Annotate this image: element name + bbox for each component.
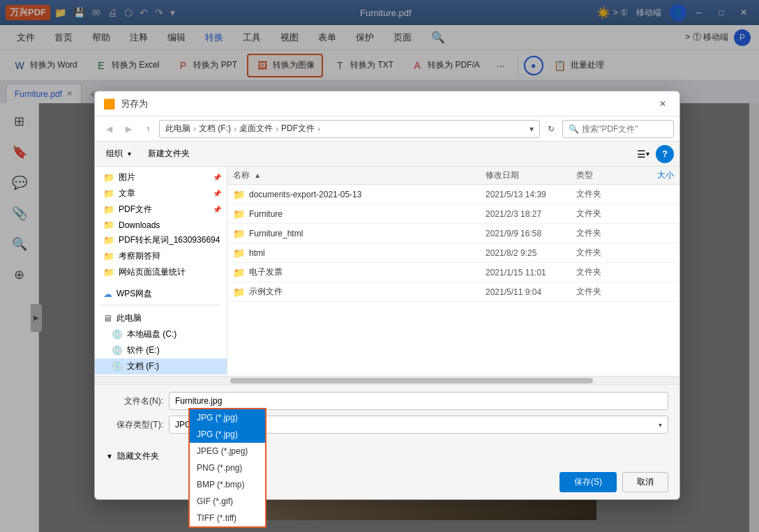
toolbar-right: ☰ ▾ ? xyxy=(633,145,674,163)
new-folder-label: 新建文件夹 xyxy=(148,148,190,160)
view-toggle-button[interactable]: ☰ ▾ xyxy=(633,145,653,163)
save-button[interactable]: 保存(S) xyxy=(559,472,617,492)
filetype-dropdown: JPG (*.jpg) JPG (*.jpg) JPEG (*.jpeg) PN… xyxy=(188,408,266,528)
path-sep-1: › xyxy=(193,124,196,134)
folder-file-icon: 📁 xyxy=(233,267,245,278)
path-dropdown-button[interactable]: ▾ xyxy=(529,124,534,134)
file-name: 示例文件 xyxy=(249,286,486,298)
view-dropdown-arrow: ▾ xyxy=(646,150,649,158)
file-row[interactable]: 📁 电子发票 2021/1/15 11:01 文件夹 xyxy=(227,263,679,282)
col-size[interactable]: 大小 xyxy=(632,169,674,181)
path-bar: 此电脑 › 文档 (F:) › 桌面文件 › PDF文件 › ▾ xyxy=(159,120,540,138)
tree-item-downloads[interactable]: 📁 Downloads xyxy=(95,218,227,232)
h-scrollbar[interactable] xyxy=(95,376,679,384)
tree-item-survey[interactable]: 📁 考察期答辩 xyxy=(95,248,227,264)
file-name: 电子发票 xyxy=(249,266,486,278)
folder-tree: 📁 图片 📌 📁 文章 📌 📁 PDF文件 📌 xyxy=(95,167,227,376)
nav-back-button[interactable]: ◀ xyxy=(100,121,117,137)
path-computer[interactable]: 此电脑 xyxy=(165,123,190,135)
tree-item-images[interactable]: 📁 图片 📌 xyxy=(95,169,227,185)
tree-label: Downloads xyxy=(119,220,160,230)
file-name: Furniture xyxy=(249,209,486,219)
dialog-close-button[interactable]: ✕ xyxy=(654,96,671,112)
file-row[interactable]: 📁 示例文件 2021/5/11 9:04 文件夹 xyxy=(227,282,679,302)
col-date[interactable]: 修改日期 xyxy=(486,169,576,181)
dropdown-option-gif[interactable]: GIF (*.gif) xyxy=(190,493,265,510)
dialog-title-text: 另存为 xyxy=(121,98,148,110)
dropdown-option-jpeg[interactable]: JPEG (*.jpeg) xyxy=(190,443,265,459)
path-docs[interactable]: 文档 (F:) xyxy=(199,123,231,135)
tree-item-c[interactable]: 💿 本地磁盘 (C:) xyxy=(95,326,227,342)
hide-arrow-icon: ▼ xyxy=(106,453,113,460)
folder-file-icon: 📁 xyxy=(233,208,245,220)
path-desktop[interactable]: 桌面文件 xyxy=(239,123,273,135)
nav-up-button[interactable]: ↑ xyxy=(140,121,156,137)
tree-label: PDF转长尾词_1630936694 xyxy=(119,234,220,246)
nav-forward-button[interactable]: ▶ xyxy=(120,121,137,137)
dialog-titlebar: 🟧 另存为 ✕ xyxy=(95,91,679,116)
col-name[interactable]: 名称 ▲ xyxy=(233,169,486,181)
tree-item-f[interactable]: 💿 文档 (F:) xyxy=(95,358,227,374)
file-type: 文件夹 xyxy=(576,227,632,239)
pin-icon: 📌 xyxy=(213,206,221,213)
tree-item-articles[interactable]: 📁 文章 📌 xyxy=(95,185,227,202)
tree-item-wps[interactable]: ☁ WPS网盘 xyxy=(95,286,227,302)
drive-icon: 💿 xyxy=(112,345,123,356)
drive-icon: 💿 xyxy=(112,361,123,372)
tree-label: 此电脑 xyxy=(117,312,142,324)
tree-label: 考察期答辩 xyxy=(119,250,160,262)
file-date: 2021/8/2 9:25 xyxy=(486,248,576,258)
dialog-title: 🟧 另存为 xyxy=(103,98,148,110)
organize-arrow: ▾ xyxy=(128,150,131,158)
hide-files-toggle[interactable]: ▼ 隐藏文件夹 xyxy=(95,446,679,466)
tree-label: WPS网盘 xyxy=(117,288,152,300)
dialog-overlay: 🟧 另存为 ✕ ◀ ▶ ↑ 此电脑 › 文档 (F:) › 桌面文件 › PDF… xyxy=(0,0,759,532)
search-box: 🔍 xyxy=(562,120,674,138)
dropdown-option-jpg2[interactable]: JPG (*.jpg) xyxy=(190,426,265,443)
filename-label: 文件名(N): xyxy=(106,395,169,407)
file-date: 2021/2/3 18:27 xyxy=(486,209,576,219)
file-date: 2021/5/11 9:04 xyxy=(486,287,576,297)
col-type[interactable]: 类型 xyxy=(576,169,632,181)
file-list-header: 名称 ▲ 修改日期 类型 大小 xyxy=(227,167,679,185)
dropdown-option-bmp[interactable]: BMP (*.bmp) xyxy=(190,476,265,493)
file-type: 文件夹 xyxy=(576,208,632,220)
tree-item-computer[interactable]: 🖥 此电脑 xyxy=(95,310,227,326)
cancel-button[interactable]: 取消 xyxy=(622,472,668,492)
pin-icon: 📌 xyxy=(213,174,221,181)
file-list: 名称 ▲ 修改日期 类型 大小 📁 documents-export-2021-… xyxy=(227,167,679,376)
file-browser: 📁 图片 📌 📁 文章 📌 📁 PDF文件 📌 xyxy=(95,167,679,376)
folder-file-icon: 📁 xyxy=(233,248,245,259)
tree-item-website[interactable]: 📁 网站页面流量统计 xyxy=(95,264,227,280)
file-name: documents-export-2021-05-13 xyxy=(249,190,486,199)
dropdown-option-tiff[interactable]: TIFF (*.tiff) xyxy=(190,510,265,526)
new-folder-button[interactable]: 新建文件夹 xyxy=(142,145,195,162)
folder-file-icon: 📁 xyxy=(233,287,245,298)
pin-icon: 📌 xyxy=(213,190,221,197)
dropdown-option-png[interactable]: PNG (*.png) xyxy=(190,459,265,476)
tree-item-pdf[interactable]: 📁 PDF文件 📌 xyxy=(95,202,227,218)
file-row[interactable]: 📁 html 2021/8/2 9:25 文件夹 xyxy=(227,243,679,263)
folder-icon: 📁 xyxy=(103,235,114,245)
file-toolbar: 组织 ▾ 新建文件夹 ☰ ▾ ? xyxy=(95,142,679,167)
file-type: 文件夹 xyxy=(576,266,632,278)
dialog-actions: 保存(S) 取消 xyxy=(95,466,679,499)
file-row[interactable]: 📁 documents-export-2021-05-13 2021/5/13 … xyxy=(227,185,679,204)
file-row[interactable]: 📁 Furniture 2021/2/3 18:27 文件夹 xyxy=(227,204,679,224)
dialog-bottom: 文件名(N): 保存类型(T): JPG (*.jpg) ▾ xyxy=(95,384,679,446)
help-button[interactable]: ? xyxy=(656,145,674,163)
tree-item-e[interactable]: 💿 软件 (E:) xyxy=(95,342,227,358)
filetype-label: 保存类型(T): xyxy=(106,419,169,431)
sort-arrow: ▲ xyxy=(254,172,261,179)
view-icon: ☰ xyxy=(637,149,646,160)
tree-label: 文档 (F:) xyxy=(127,360,159,372)
organize-button[interactable]: 组织 ▾ xyxy=(100,145,137,162)
file-row[interactable]: 📁 Furniture_html 2021/9/9 16:58 文件夹 xyxy=(227,224,679,243)
path-pdf[interactable]: PDF文件 xyxy=(281,123,315,135)
dropdown-option-jpg1[interactable]: JPG (*.jpg) xyxy=(190,409,265,426)
tree-label: PDF文件 xyxy=(119,204,152,215)
file-type: 文件夹 xyxy=(576,188,632,200)
nav-refresh-button[interactable]: ↻ xyxy=(543,121,559,137)
search-input[interactable] xyxy=(582,124,666,134)
tree-item-pdf-tail[interactable]: 📁 PDF转长尾词_1630936694 xyxy=(95,232,227,248)
